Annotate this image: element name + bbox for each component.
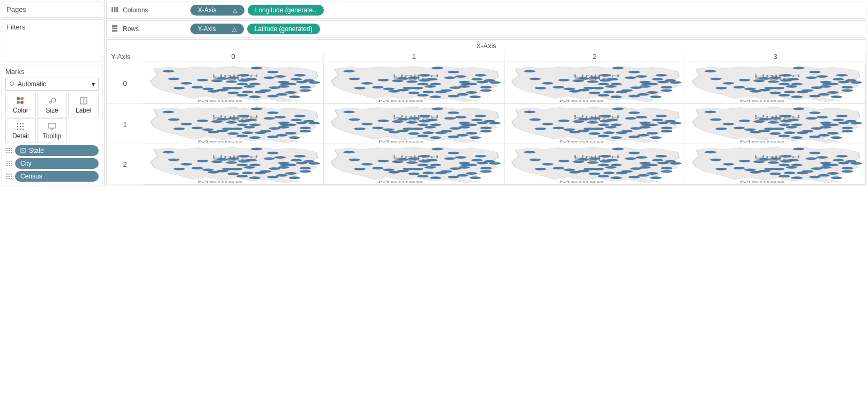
svg-point-361: [636, 116, 648, 118]
svg-point-375: [563, 128, 575, 131]
pill-census[interactable]: Census: [15, 171, 99, 182]
map-grid[interactable]: UnitedStatesMexicoUnitedStatesMexicoUnit…: [143, 63, 866, 185]
tooltip-button[interactable]: Tooltip: [37, 118, 68, 143]
svg-point-462: [263, 158, 275, 160]
filters-panel[interactable]: Filters: [2, 19, 102, 62]
svg-point-13: [20, 126, 21, 128]
svg-point-403: [599, 115, 611, 117]
svg-point-430: [773, 128, 785, 130]
detail-button[interactable]: Detail: [5, 118, 36, 143]
svg-point-435: [802, 130, 814, 132]
map-cell-2-0[interactable]: UnitedStatesMexico: [143, 144, 324, 185]
map-cell-1-2[interactable]: UnitedStatesMexico: [505, 104, 685, 145]
detail-pill-state-row[interactable]: State: [5, 145, 99, 156]
svg-point-332: [422, 131, 434, 134]
col-header-0: 0: [143, 51, 324, 62]
svg-point-270: [211, 120, 223, 123]
pill-city[interactable]: City: [15, 158, 99, 169]
svg-point-395: [628, 135, 640, 138]
pill-state[interactable]: State: [15, 145, 99, 156]
map-cell-0-2[interactable]: UnitedStatesMexico: [505, 63, 685, 104]
label-button[interactable]: T Label: [68, 93, 99, 117]
detail-dots-icon: [5, 173, 13, 180]
visualization-area[interactable]: X-Axis Y-Axis 0 1 2 3 0 1 2 UnitedState: [106, 39, 866, 185]
map-cell-1-0[interactable]: UnitedStatesMexico: [143, 104, 324, 145]
svg-point-32: [11, 161, 12, 162]
svg-point-357: [524, 110, 536, 113]
columns-pill-longitude-label: Longitude (generate..: [255, 6, 316, 14]
svg-point-431: [778, 135, 790, 137]
svg-point-12: [17, 126, 19, 128]
columns-pill-longitude[interactable]: Longitude (generate..: [248, 5, 324, 16]
svg-point-237: [820, 85, 832, 88]
svg-point-133: [430, 95, 442, 98]
svg-point-562: [625, 158, 636, 160]
svg-point-141: [489, 81, 501, 84]
detail-pill-census-row[interactable]: Census: [5, 171, 99, 182]
svg-point-483: [249, 177, 261, 180]
svg-point-325: [383, 128, 395, 131]
svg-point-502: [227, 158, 239, 160]
svg-text:Mexico: Mexico: [739, 99, 785, 103]
map-cell-1-1[interactable]: UnitedStatesMexico: [324, 104, 505, 145]
svg-point-31: [9, 161, 10, 162]
map-cell-0-3[interactable]: UnitedStatesMexico: [685, 63, 866, 104]
svg-point-61: [275, 75, 286, 78]
svg-point-441: [850, 122, 862, 124]
svg-point-547: [480, 170, 492, 173]
map-cell-0-0[interactable]: UnitedStatesMexico: [143, 63, 324, 104]
pages-panel[interactable]: Pages: [2, 2, 102, 18]
map-cell-1-3[interactable]: UnitedStatesMexico: [685, 104, 866, 145]
svg-point-196: [650, 95, 662, 98]
columns-shelf[interactable]: Columns X-Axis △ Longitude (generate..: [106, 2, 866, 19]
map-cell-2-3[interactable]: UnitedStatesMexico: [685, 144, 866, 185]
svg-point-170: [573, 79, 584, 82]
svg-point-453: [780, 115, 792, 117]
svg-text:Mexico: Mexico: [197, 140, 243, 144]
svg-point-207: [704, 70, 716, 73]
svg-point-392: [661, 126, 673, 129]
svg-point-232: [784, 91, 796, 93]
svg-point-446: [830, 136, 842, 139]
svg-point-253: [780, 74, 792, 77]
svg-point-535: [441, 170, 452, 173]
svg-point-16: [20, 129, 21, 130]
svg-point-193: [647, 91, 658, 94]
svg-point-433: [791, 136, 803, 139]
map-cell-0-1[interactable]: UnitedStatesMexico: [324, 63, 505, 104]
svg-point-101: [226, 80, 238, 83]
col-header-1: 1: [324, 51, 505, 62]
svg-point-360: [628, 111, 640, 114]
rows-shelf[interactable]: Rows Y-Axis △ Latitude (generated): [106, 20, 866, 38]
svg-point-94: [276, 93, 288, 96]
mark-type-dropdown[interactable]: Automatic ▾: [5, 78, 99, 91]
svg-point-622: [723, 163, 735, 166]
detail-pill-city-row[interactable]: City: [5, 158, 99, 169]
svg-point-246: [830, 95, 842, 98]
svg-point-244: [818, 93, 830, 96]
columns-pill-xaxis[interactable]: X-Axis △: [190, 5, 244, 16]
svg-point-96: [288, 95, 300, 98]
svg-point-131: [417, 94, 429, 96]
svg-point-40: [9, 174, 10, 175]
svg-point-342: [480, 126, 492, 129]
svg-point-311: [455, 116, 467, 118]
svg-point-545: [448, 176, 459, 178]
svg-point-69: [217, 77, 228, 80]
svg-point-608: [710, 159, 722, 161]
svg-point-39: [6, 174, 8, 175]
map-cell-2-1[interactable]: UnitedStatesMexico: [324, 144, 505, 185]
map-cell-2-2[interactable]: UnitedStatesMexico: [505, 144, 685, 185]
color-button[interactable]: Color: [5, 93, 36, 117]
svg-point-480: [231, 168, 243, 170]
svg-point-457: [162, 151, 174, 154]
svg-point-47: [11, 178, 12, 179]
svg-point-283: [249, 136, 261, 139]
svg-point-268: [238, 120, 250, 122]
svg-point-97: [300, 89, 311, 92]
rows-pill-yaxis[interactable]: Y-Axis △: [190, 24, 244, 34]
svg-point-503: [238, 155, 250, 158]
rows-pill-latitude[interactable]: Latitude (generated): [247, 24, 320, 34]
label-icon: T: [79, 96, 88, 106]
size-button[interactable]: Size: [37, 93, 68, 117]
